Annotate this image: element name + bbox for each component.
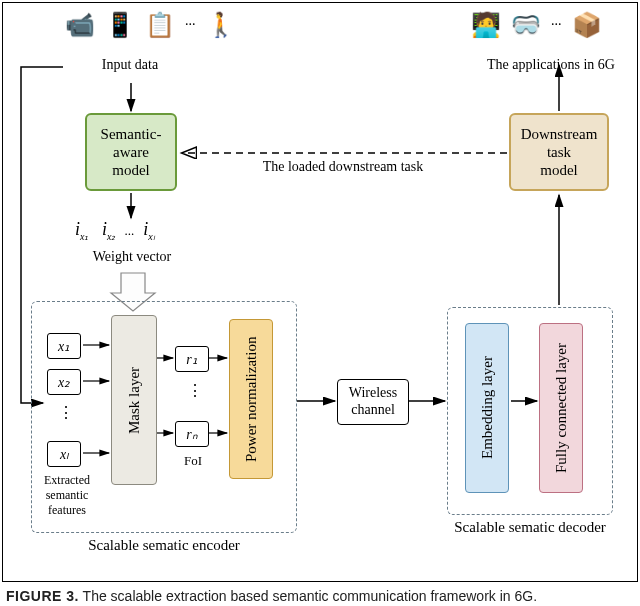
fc-layer-label: Fully connected layer (540, 324, 582, 492)
ellipsis-icon: ··· (185, 17, 196, 33)
app-icons: 🧑‍💻 🥽 ··· 📦 (471, 11, 602, 39)
feature-x1: x₁ (47, 333, 81, 359)
ellipsis-r: ⋮ (187, 381, 203, 400)
embedding-layer-label: Embedding layer (466, 324, 508, 492)
decoder-title: Scalable sematic decoder (447, 519, 613, 536)
feature-xl: xₗ (47, 441, 81, 467)
power-norm-label: Power normalization (230, 320, 272, 478)
ellipsis-icon: ··· (551, 17, 562, 33)
embedding-layer-block: Embedding layer (465, 323, 509, 493)
wireless-channel-block: Wireless channel (337, 379, 409, 425)
figure-text: The scalable extraction based semantic c… (83, 588, 537, 604)
camera-icon: 📹 (65, 11, 95, 39)
weight-indices: ix₁ ix₂ ... ixₗ (75, 219, 155, 242)
mask-layer-block: Mask layer (111, 315, 157, 485)
figure-caption: FIGURE 3. The scalable extraction based … (0, 584, 640, 606)
desk-user-icon: 🧑‍💻 (471, 11, 501, 39)
diagram-frame: 📹 📱 📋 ··· 🚶 Input data 🧑‍💻 🥽 ··· 📦 The a… (2, 2, 638, 582)
clipboard-icon: 📋 (145, 11, 175, 39)
feature-rn: rₙ (175, 421, 209, 447)
encoder-title: Scalable sematic encoder (31, 537, 297, 554)
power-norm-block: Power normalization (229, 319, 273, 479)
feature-r1: r₁ (175, 346, 209, 372)
fc-layer-block: Fully connected layer (539, 323, 583, 493)
package-icon: 📦 (572, 11, 602, 39)
figure-number: FIGURE 3. (6, 588, 79, 604)
loaded-task-label: The loaded downstream task (213, 159, 473, 175)
input-data-label: Input data (65, 57, 195, 73)
downstream-task-block: Downstream task model (509, 113, 609, 191)
index-ix2: ix₂ (102, 219, 115, 239)
apps-6g-label: The applications in 6G (471, 57, 631, 73)
vr-headset-icon: 🥽 (511, 11, 541, 39)
index-ixl: ixₗ (143, 219, 154, 239)
phone-icon: 📱 (105, 11, 135, 39)
feature-x2: x₂ (47, 369, 81, 395)
extracted-features-label: Extracted semantic features (35, 473, 99, 518)
index-ix1: ix₁ (75, 219, 88, 239)
input-icons: 📹 📱 📋 ··· 🚶 (65, 11, 236, 39)
weight-vector-label: Weight vector (77, 249, 187, 265)
person-icon: 🚶 (206, 11, 236, 39)
semantic-aware-block: Semantic- aware model (85, 113, 177, 191)
ellipsis-x: ⋮ (58, 403, 74, 422)
foi-label: FoI (175, 453, 211, 469)
mask-layer-label: Mask layer (112, 316, 156, 484)
